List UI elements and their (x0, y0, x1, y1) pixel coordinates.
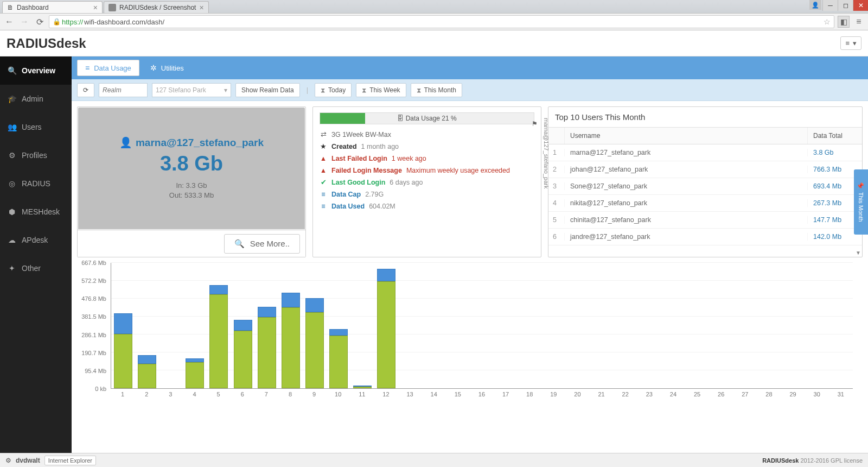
today-button[interactable]: ⧗Today (315, 83, 352, 97)
row-index: 5 (548, 216, 565, 224)
gear-icon[interactable]: ⚙ (5, 457, 11, 464)
url-input[interactable]: 🔒 https://wifi-dashboard.com/dash/ ☆ (49, 15, 834, 28)
see-more-button[interactable]: 🔍 See More.. (224, 234, 300, 254)
detail-line: ★Created1 month ago (320, 142, 534, 152)
table-row[interactable]: 5chinita@127_stefano_park147.7 Mb (548, 212, 862, 229)
bar-segment-upper (209, 285, 228, 294)
sidebar-item-other[interactable]: ✦Other (0, 254, 72, 282)
sidebar-item-overview[interactable]: 🔍Overview (0, 56, 72, 85)
table-body[interactable]: 1marna@127_stefano_park3.8 Gb2johan@127_… (548, 144, 862, 257)
x-tick: 11 (350, 391, 374, 397)
bar-slot (255, 263, 279, 388)
bar[interactable] (209, 285, 228, 388)
bar[interactable] (138, 355, 156, 388)
col-data-total[interactable]: Data Total (808, 128, 862, 144)
chevron-down-icon: ▾ (853, 39, 857, 47)
bar-segment-lower (353, 387, 372, 388)
bar[interactable] (282, 293, 300, 388)
sidebar-item-label: MESHdesk (22, 207, 60, 216)
tab-label: Utilities (161, 64, 184, 72)
bar[interactable] (377, 269, 395, 388)
bar-segment-upper (305, 298, 324, 312)
tab-data-usage[interactable]: ≡Data Usage (77, 60, 139, 76)
detail-line: ≡Data Used604.02M (320, 201, 534, 211)
close-window-button[interactable]: ✕ (853, 0, 868, 11)
x-tick: 22 (614, 391, 637, 397)
x-tick: 13 (398, 391, 422, 397)
forward-button[interactable]: → (18, 16, 30, 28)
flag-icon[interactable]: ⚑ (532, 120, 538, 128)
sidebar-item-admin[interactable]: 🎓Admin (0, 85, 72, 113)
table-row[interactable]: 1marna@127_stefano_park3.8 Gb (548, 144, 862, 161)
detail-value: Maximum weekly usage exceeded (406, 166, 510, 175)
sidebar-item-users[interactable]: 👥Users (0, 113, 72, 141)
bar-segment-upper (329, 329, 348, 336)
bar-slot (805, 263, 829, 388)
realm-input[interactable] (99, 83, 148, 97)
usage-chart: 667.6 Mb572.2 Mb476.8 Mb381.5 Mb286.1 Mb… (111, 261, 853, 395)
browser-tab-active[interactable]: 🗎 Dashboard × (2, 1, 103, 13)
close-icon[interactable]: × (93, 3, 98, 12)
bar[interactable] (186, 358, 204, 388)
hamburger-menu-icon[interactable]: ≡ (853, 16, 865, 28)
header-menu-button[interactable]: ≡ ▾ (840, 36, 861, 50)
this-week-button[interactable]: ⧗This Week (356, 83, 406, 97)
row-username: chinita@127_stefano_park (565, 216, 808, 224)
tab-utilities[interactable]: ✲Utilities (143, 60, 192, 76)
browser-tab-inactive[interactable]: RADIUSdesk / Screenshot × (104, 1, 209, 13)
sidebar-item-profiles[interactable]: ⚙Profiles (0, 141, 72, 169)
user-icon: 👤 (119, 136, 132, 149)
user-link[interactable]: 👤 marna@127_stefano_park (119, 136, 264, 149)
table-row[interactable]: 4nikita@127_stefano_park267.3 Mb (548, 195, 862, 212)
bookmark-star-icon[interactable]: ☆ (824, 17, 831, 26)
bar-slot (231, 263, 254, 388)
bar-segment-lower (329, 336, 348, 388)
y-tick: 286.1 Mb (81, 332, 106, 338)
minimize-button[interactable]: ─ (822, 0, 838, 11)
scroll-down-icon[interactable]: ▼ (856, 250, 861, 256)
show-realm-data-button[interactable]: Show Realm Data (235, 83, 300, 97)
refresh-icon: ⟳ (83, 86, 88, 94)
row-index: 2 (548, 166, 565, 173)
sidebar-item-meshdesk[interactable]: ⬢MESHdesk (0, 198, 72, 226)
back-button[interactable]: ← (3, 16, 15, 28)
bar-slot (422, 263, 446, 388)
table-row[interactable]: 2johan@127_stefano_park766.3 Mb (548, 161, 862, 178)
x-tick: 15 (446, 391, 470, 397)
row-username: marna@127_stefano_park (565, 149, 808, 156)
close-icon[interactable]: × (199, 3, 203, 12)
table-row[interactable]: 3Sone@127_stefano_park693.4 Mb (548, 178, 862, 195)
bar-segment-upper (282, 293, 300, 308)
reload-button[interactable]: ⟳ (34, 16, 46, 28)
info-icon: ✔ (320, 178, 327, 187)
sidebar-item-radius[interactable]: ◎RADIUS (0, 169, 72, 198)
row-username: johan@127_stefano_park (565, 166, 808, 173)
bar[interactable] (114, 313, 132, 388)
bar[interactable] (353, 387, 372, 388)
file-icon: 🗎 (7, 4, 14, 11)
user-icon[interactable]: 👤 (809, 0, 821, 10)
row-total: 3.8 Gb (808, 149, 862, 156)
realm-select[interactable]: 127 Stefano Park ▾ (152, 83, 231, 97)
refresh-button[interactable]: ⟳ (77, 83, 94, 97)
bar[interactable] (258, 306, 276, 388)
extension-icon[interactable]: ◧ (838, 16, 850, 28)
x-axis-labels: 1234567891011121314151617181920212223242… (111, 391, 853, 397)
table-row[interactable]: 6jandre@127_stefano_park142.0 Mb (548, 229, 862, 245)
bar[interactable] (329, 329, 348, 388)
x-tick: 23 (637, 391, 661, 397)
in-label: In: 3.3 Gb (176, 181, 207, 191)
this-month-button[interactable]: ⧗This Month (411, 83, 462, 97)
bar-slot (614, 263, 637, 388)
detail-value: 604.02M (369, 201, 395, 211)
sidebar-item-apdesk[interactable]: ☁APdesk (0, 226, 72, 254)
bar-slot (542, 263, 566, 388)
bar-segment-lower (258, 317, 276, 388)
col-username[interactable]: Username (565, 128, 808, 144)
maximize-button[interactable]: ◻ (838, 0, 853, 11)
bar[interactable] (234, 320, 252, 388)
side-tab-this-month[interactable]: 📌 This Month (854, 169, 868, 235)
row-username: jandre@127_stefano_park (565, 233, 808, 241)
bar-slot (685, 263, 709, 388)
bar[interactable] (305, 298, 324, 388)
